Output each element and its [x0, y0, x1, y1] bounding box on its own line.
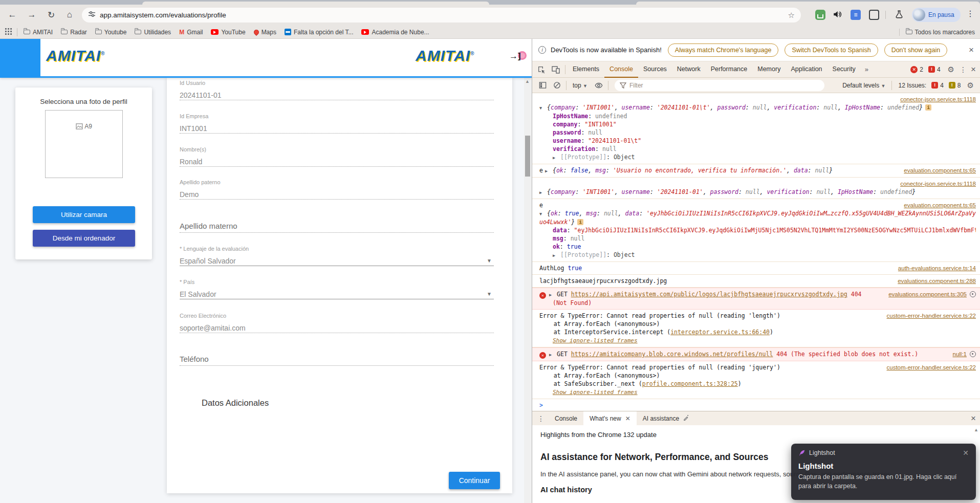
console-settings-gear-icon[interactable]: ⚙ [967, 81, 974, 89]
site-settings-icon[interactable] [88, 10, 96, 20]
extension-icon-green[interactable] [815, 10, 825, 20]
source-link[interactable]: evaluation.component.ts:65 [904, 201, 976, 209]
bookmark-item[interactable]: Utilidades [135, 29, 171, 36]
expand-caret-icon[interactable]: ▶ [539, 190, 543, 195]
bookmark-item[interactable]: MGmail [179, 29, 203, 36]
console-link[interactable]: https://api.amitaisystem.com/public/logo… [571, 291, 847, 298]
page-scrollbar[interactable]: ▲ [524, 78, 532, 503]
source-link[interactable]: custom-error-handler.service.ts:22 [887, 312, 976, 320]
info-badge-icon[interactable]: i [577, 219, 583, 225]
dont-show-again-button[interactable]: Don't show again [884, 43, 948, 57]
source-link[interactable]: conector-json.service.ts:1118 [900, 180, 976, 188]
devtools-tab-console[interactable]: Console [604, 61, 638, 78]
drawer-scroll-up-icon[interactable]: ▲ [974, 427, 978, 432]
scrollbar-thumb[interactable] [525, 136, 530, 177]
bookmark-star-icon[interactable]: ☆ [788, 11, 795, 20]
settings-gear-icon[interactable]: ⚙ [948, 65, 954, 73]
chevron-down-icon[interactable]: ▼ [487, 291, 492, 297]
source-link[interactable]: custom-error-handler.service.ts:22 [887, 363, 976, 371]
browser-menu-icon[interactable]: ⋮ [966, 9, 974, 18]
console-link[interactable]: Show ignore-listed frames [553, 337, 638, 344]
drawer-tab-console[interactable]: Console [549, 411, 583, 425]
field-apellido-materno[interactable]: Apellido materno [180, 222, 494, 230]
drawer-tab-ai-assistance[interactable]: AI assistance [637, 411, 695, 425]
device-toolbar-icon[interactable] [549, 63, 563, 76]
flask-icon[interactable] [894, 10, 904, 20]
switch-spanish-button[interactable]: Switch DevTools to Spanish [785, 43, 878, 57]
match-language-button[interactable]: Always match Chrome's language [668, 43, 779, 57]
expand-caret-icon[interactable]: ▼ [539, 211, 543, 216]
error-badge-icon[interactable]: ✕ [910, 66, 918, 73]
issues-count[interactable]: 4 [937, 66, 941, 73]
field-id-empresa[interactable]: Id Empresa INT1001 [180, 113, 494, 119]
devtools-menu-icon[interactable]: ⋮ [960, 66, 967, 73]
log-levels-dropdown[interactable]: Default levels ▼ [842, 82, 885, 89]
source-link[interactable]: evaluation.component.ts:65 [904, 166, 976, 174]
speaker-icon[interactable] [832, 10, 842, 20]
field-apellido-paterno[interactable]: Apellido paterno Demo [180, 179, 494, 185]
live-expression-eye-icon[interactable] [592, 79, 606, 92]
field-lenguaje-select[interactable]: * Lenguaje de la evaluación Español Salv… [180, 246, 494, 252]
drawer-close-icon[interactable]: × [971, 414, 976, 423]
open-resource-icon[interactable] [970, 351, 976, 357]
expand-caret-icon[interactable]: ▶ [553, 155, 557, 160]
scroll-up-icon[interactable]: ▲ [525, 79, 530, 84]
expand-caret-icon[interactable]: ▶ [553, 253, 557, 258]
source-link[interactable]: null:1 [953, 350, 967, 358]
console-link[interactable]: https://amitaicompany.blob.core.windows.… [571, 351, 773, 358]
address-bar[interactable]: app.amitaisystem.com/evaluations/profile… [82, 8, 801, 23]
forward-button[interactable]: → [24, 7, 40, 23]
extension-icon-clipboard[interactable] [869, 10, 879, 20]
expand-caret-icon[interactable]: ▶ [549, 292, 553, 297]
devtools-tab-security[interactable]: Security [827, 61, 861, 78]
devtools-tab-sources[interactable]: Sources [638, 61, 672, 78]
expand-caret-icon[interactable]: ▶ [545, 168, 549, 173]
issues-badge-icon[interactable]: ! [928, 66, 935, 73]
console-link[interactable]: Show ignore-listed frames [553, 389, 638, 396]
expand-caret-icon[interactable]: ▶ [549, 352, 553, 357]
devtools-close-icon[interactable]: × [971, 65, 976, 74]
tab-close-icon[interactable]: ✕ [625, 415, 630, 422]
inspect-element-icon[interactable] [534, 63, 549, 76]
reload-button[interactable]: ↻ [43, 7, 59, 23]
devtools-tab-memory[interactable]: Memory [752, 61, 786, 78]
bookmark-item[interactable]: Falta la opción del T... [285, 29, 354, 36]
context-selector[interactable]: top ▼ [573, 82, 587, 89]
continue-button[interactable]: Continuar [449, 472, 500, 489]
source-link[interactable]: conector-json.service.ts:1118 [900, 95, 976, 103]
from-computer-button[interactable]: Desde mi ordenador [33, 230, 135, 247]
collapse-panel-icon[interactable]: →] [509, 50, 527, 65]
console-filter-input[interactable]: Filter [615, 80, 824, 91]
field-nombres[interactable]: Nombre(s) Ronald [180, 146, 494, 152]
devtools-tab-network[interactable]: Network [672, 61, 706, 78]
console-link[interactable]: interceptor.service.ts:66:40 [670, 329, 770, 336]
banner-close-icon[interactable]: × [969, 46, 974, 54]
expand-caret-icon[interactable]: ▼ [539, 105, 543, 111]
drawer-tab-whats-new[interactable]: What's new ✕ [583, 411, 637, 425]
issues-label[interactable]: 12 Issues: [898, 82, 926, 89]
field-pais-select[interactable]: * País El Salvador ▼ [180, 279, 494, 285]
field-correo[interactable]: Correo Electrónico soporte@amitai.com [180, 313, 494, 319]
profile-chip[interactable]: En pausa [912, 8, 961, 22]
bookmark-item[interactable]: YouTube [211, 29, 245, 36]
bookmark-item[interactable]: AMITAI [24, 29, 53, 36]
clear-console-icon[interactable] [550, 79, 564, 92]
source-link[interactable]: auth-evaluations.service.ts:14 [898, 264, 976, 272]
devtools-tab-elements[interactable]: Elements [568, 61, 604, 78]
notification-close-icon[interactable]: ✕ [963, 449, 969, 457]
error-count[interactable]: 2 [920, 66, 923, 73]
info-badge-icon[interactable]: i [925, 104, 931, 111]
more-tabs-icon[interactable]: » [861, 65, 873, 73]
open-resource-icon[interactable] [970, 291, 976, 297]
use-camera-button[interactable]: Utilizar camara [33, 206, 135, 223]
field-id-usuario[interactable]: Id Usuario 20241101-01 [180, 80, 494, 86]
url-text[interactable]: app.amitaisystem.com/evaluations/profile [100, 11, 226, 19]
bookmark-item[interactable]: Radar [61, 29, 87, 36]
apps-grid-icon[interactable] [5, 28, 12, 36]
home-button[interactable]: ⌂ [61, 7, 78, 23]
all-bookmarks-button[interactable]: Todos los marcadores [899, 29, 975, 36]
source-link[interactable]: evaluations.component.ts:288 [898, 277, 976, 285]
drawer-menu-icon[interactable]: ⋮ [537, 414, 545, 423]
lightshot-notification[interactable]: Lightshot ✕ Lightshot Captura de pantall… [791, 444, 976, 500]
extension-icon-blue[interactable] [851, 10, 861, 20]
